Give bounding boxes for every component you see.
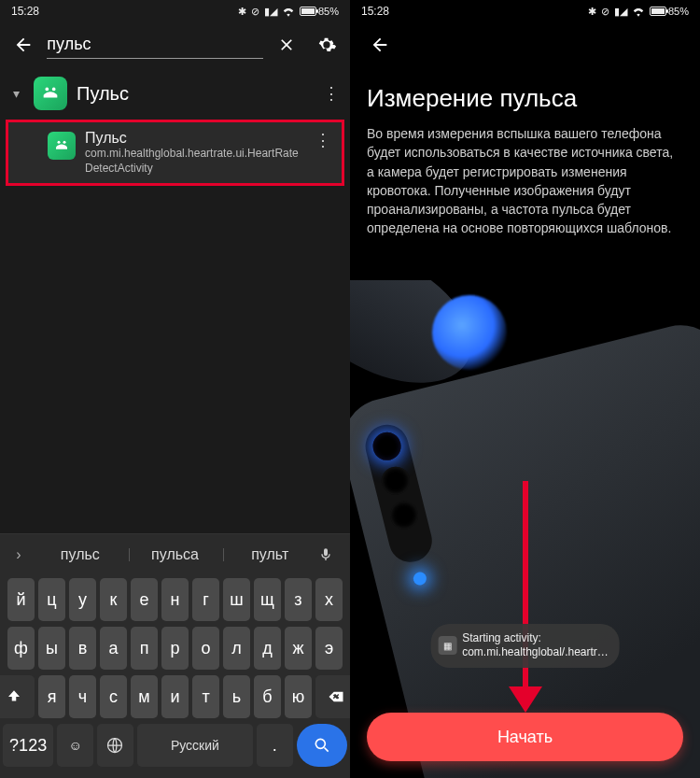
key-к[interactable]: к — [100, 578, 127, 621]
key-с[interactable]: с — [100, 675, 127, 718]
battery-indicator: 85% — [650, 6, 689, 17]
back-icon[interactable] — [7, 28, 39, 62]
status-bar: 15:28 ✱ ⊘ ▮◢ 85% — [0, 0, 350, 22]
start-button[interactable]: Начать — [367, 713, 683, 761]
shift-key[interactable] — [0, 675, 35, 718]
suggestion-bar: › пульс пульса пульт — [0, 533, 350, 574]
key-щ[interactable]: щ — [254, 578, 281, 621]
dnd-icon: ⊘ — [251, 6, 259, 18]
wifi-icon — [632, 6, 645, 17]
key-г[interactable]: г — [192, 578, 219, 621]
suggestion[interactable]: пульт — [223, 541, 316, 569]
key-т[interactable]: т — [192, 675, 219, 718]
key-р[interactable]: р — [161, 627, 189, 670]
signal-icon: ▮◢ — [264, 6, 277, 18]
svg-point-3 — [63, 141, 66, 144]
key-б[interactable]: б — [254, 675, 281, 718]
key-о[interactable]: о — [192, 627, 219, 670]
toast-line1: Starting activity: — [462, 631, 609, 646]
emoji-key[interactable]: ☺ — [57, 724, 93, 767]
page-description: Во время измерения вспышка вашего телефо… — [350, 124, 700, 238]
start-button-label: Начать — [497, 728, 553, 747]
key-ь[interactable]: ь — [223, 675, 250, 718]
key-е[interactable]: е — [131, 578, 158, 621]
key-л[interactable]: л — [223, 627, 250, 670]
status-time: 15:28 — [361, 5, 389, 18]
key-в[interactable]: в — [69, 627, 96, 670]
bluetooth-icon: ✱ — [238, 6, 246, 18]
key-ш[interactable]: ш — [223, 578, 250, 621]
chevron-down-icon: ▾ — [7, 86, 24, 101]
chevron-right-icon[interactable]: › — [6, 546, 32, 563]
back-icon[interactable] — [363, 28, 397, 62]
right-phone-screenshot: 15:28 ✱ ⊘ ▮◢ 85% Измерение пульса Во вре… — [350, 0, 700, 778]
annotation-arrow — [509, 481, 542, 713]
svg-point-0 — [46, 88, 49, 92]
bluetooth-icon: ✱ — [588, 6, 596, 18]
battery-percent: 85% — [668, 6, 689, 17]
key-х[interactable]: х — [315, 578, 343, 621]
page-title: Измерение пульса — [350, 67, 700, 124]
activity-title: Пульс — [85, 130, 302, 147]
highlighted-activity: Пульс com.mi.healthglobal.heartrate.ui.H… — [6, 120, 344, 186]
app-icon — [34, 77, 67, 110]
wifi-icon — [282, 6, 295, 17]
activity-row[interactable]: Пульс com.mi.healthglobal.heartrate.ui.H… — [12, 128, 338, 177]
status-icons: ✱ ⊘ ▮◢ 85% — [588, 6, 689, 18]
mic-icon[interactable] — [318, 545, 344, 564]
key-н[interactable]: н — [161, 578, 189, 621]
key-ю[interactable]: ю — [285, 675, 312, 718]
key-а[interactable]: а — [100, 627, 127, 670]
search-bar — [0, 22, 350, 67]
svg-point-2 — [58, 141, 61, 144]
key-у[interactable]: у — [69, 578, 96, 621]
keyboard: › пульс пульса пульт йцукенгшщзх фывапро… — [0, 533, 350, 778]
key-ц[interactable]: ц — [38, 578, 65, 621]
key-ф[interactable]: ф — [7, 627, 35, 670]
key-ч[interactable]: ч — [69, 675, 96, 718]
battery-percent: 85% — [318, 6, 339, 17]
toast: ▦ Starting activity: com.mi.healthglobal… — [430, 624, 620, 668]
settings-icon[interactable] — [311, 28, 343, 62]
svg-point-5 — [315, 739, 325, 748]
key-ы[interactable]: ы — [38, 627, 65, 670]
suggestion[interactable]: пульс — [34, 541, 127, 569]
more-icon[interactable]: ⋮ — [312, 130, 334, 150]
key-м[interactable]: м — [131, 675, 158, 718]
space-key[interactable]: Русский — [137, 724, 253, 767]
search-key[interactable] — [297, 724, 347, 767]
key-д[interactable]: д — [254, 627, 281, 670]
status-time: 15:28 — [11, 5, 39, 18]
app-icon — [48, 132, 76, 160]
signal-icon: ▮◢ — [614, 6, 627, 18]
status-bar: 15:28 ✱ ⊘ ▮◢ 85% — [350, 0, 700, 22]
svg-point-1 — [52, 88, 56, 92]
dnd-icon: ⊘ — [601, 6, 609, 18]
app-result-header[interactable]: ▾ Пульс ⋮ — [0, 67, 350, 120]
key-з[interactable]: з — [285, 578, 312, 621]
key-я[interactable]: я — [38, 675, 65, 718]
period-key[interactable]: . — [257, 724, 293, 767]
search-input[interactable] — [47, 31, 263, 59]
key-й[interactable]: й — [7, 578, 35, 621]
key-п[interactable]: п — [131, 627, 158, 670]
numeric-key[interactable]: ?123 — [3, 724, 53, 767]
left-phone-screenshot: 15:28 ✱ ⊘ ▮◢ 85% ▾ — [0, 0, 350, 778]
suggestion[interactable]: пульса — [129, 541, 222, 569]
key-э[interactable]: э — [315, 627, 343, 670]
status-icons: ✱ ⊘ ▮◢ 85% — [238, 6, 339, 18]
toast-line2: com.mi.healthglobal/.heartr… — [462, 645, 609, 660]
key-и[interactable]: и — [161, 675, 189, 718]
activity-subtitle: com.mi.healthglobal.heartrate.ui.HeartRa… — [85, 147, 302, 176]
more-icon[interactable]: ⋮ — [320, 83, 343, 104]
app-result-title: Пульс — [77, 83, 311, 105]
globe-key[interactable] — [97, 724, 133, 767]
key-ж[interactable]: ж — [285, 627, 312, 670]
toast-app-icon: ▦ — [438, 636, 456, 655]
clear-icon[interactable] — [271, 28, 302, 62]
battery-indicator: 85% — [300, 6, 339, 17]
